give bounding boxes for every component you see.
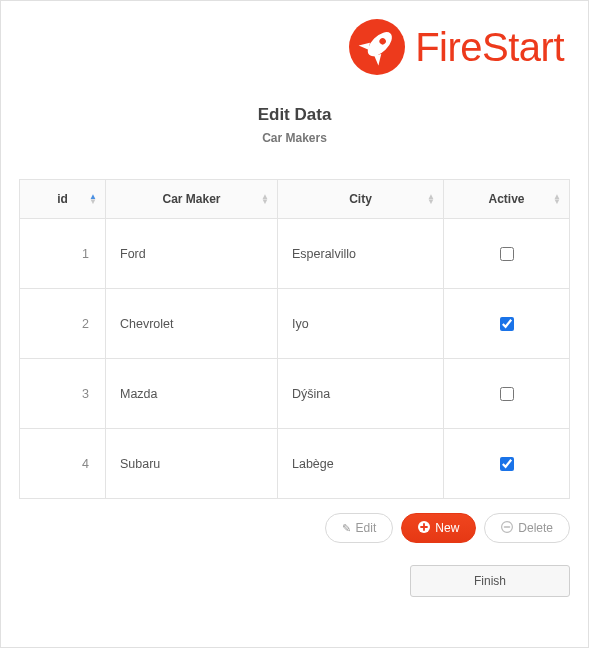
active-checkbox[interactable] — [500, 387, 514, 401]
button-label: Delete — [518, 521, 553, 535]
action-buttons: ✎ Edit New Delete — [19, 513, 570, 543]
finish-button[interactable]: Finish — [410, 565, 570, 597]
data-table: id ▲▼ Car Maker ▲▼ City ▲▼ Active ▲▼ 1Fo… — [19, 179, 570, 499]
edit-button[interactable]: ✎ Edit — [325, 513, 394, 543]
delete-button[interactable]: Delete — [484, 513, 570, 543]
col-header-active[interactable]: Active ▲▼ — [444, 180, 570, 219]
brand-logo: FireStart — [349, 19, 564, 75]
cell-active — [444, 429, 570, 499]
cell-city: Esperalvillo — [278, 219, 444, 289]
col-header-label: id — [57, 192, 68, 206]
cell-maker: Chevrolet — [106, 289, 278, 359]
cell-id: 3 — [20, 359, 106, 429]
active-checkbox[interactable] — [500, 317, 514, 331]
cell-id: 1 — [20, 219, 106, 289]
cell-maker: Mazda — [106, 359, 278, 429]
table-row[interactable]: 4SubaruLabège — [20, 429, 570, 499]
cell-active — [444, 359, 570, 429]
cell-active — [444, 219, 570, 289]
col-header-label: City — [349, 192, 372, 206]
sort-icon[interactable]: ▲▼ — [261, 194, 269, 204]
col-header-label: Active — [488, 192, 524, 206]
cell-active — [444, 289, 570, 359]
cell-city: Labège — [278, 429, 444, 499]
pencil-icon: ✎ — [342, 523, 351, 534]
sort-icon[interactable]: ▲▼ — [553, 194, 561, 204]
cell-maker: Ford — [106, 219, 278, 289]
brand-name: FireStart — [415, 25, 564, 70]
table-row[interactable]: 1FordEsperalvillo — [20, 219, 570, 289]
button-label: Finish — [474, 574, 506, 588]
table-header-row: id ▲▼ Car Maker ▲▼ City ▲▼ Active ▲▼ — [20, 180, 570, 219]
page-subtitle: Car Makers — [19, 131, 570, 145]
plus-circle-icon — [418, 521, 430, 535]
col-header-id[interactable]: id ▲▼ — [20, 180, 106, 219]
table-row[interactable]: 2ChevroletIyo — [20, 289, 570, 359]
new-button[interactable]: New — [401, 513, 476, 543]
active-checkbox[interactable] — [500, 457, 514, 471]
col-header-maker[interactable]: Car Maker ▲▼ — [106, 180, 278, 219]
sort-icon[interactable]: ▲▼ — [427, 194, 435, 204]
logo-area: FireStart — [19, 19, 570, 75]
sort-icon[interactable]: ▲▼ — [89, 194, 97, 204]
col-header-label: Car Maker — [162, 192, 220, 206]
button-label: Edit — [356, 521, 377, 535]
cell-city: Iyo — [278, 289, 444, 359]
page-title: Edit Data — [19, 105, 570, 125]
rocket-icon — [349, 19, 405, 75]
cell-city: Dýšina — [278, 359, 444, 429]
active-checkbox[interactable] — [500, 247, 514, 261]
dialog-frame: FireStart Edit Data Car Makers id ▲▼ Car… — [0, 0, 589, 648]
cell-maker: Subaru — [106, 429, 278, 499]
table-row[interactable]: 3MazdaDýšina — [20, 359, 570, 429]
cell-id: 4 — [20, 429, 106, 499]
cell-id: 2 — [20, 289, 106, 359]
footer-row: Finish — [19, 565, 570, 597]
col-header-city[interactable]: City ▲▼ — [278, 180, 444, 219]
button-label: New — [435, 521, 459, 535]
minus-circle-icon — [501, 521, 513, 535]
